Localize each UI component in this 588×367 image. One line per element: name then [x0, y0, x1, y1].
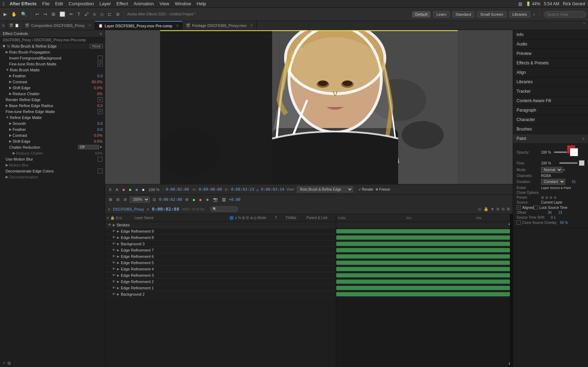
shift-edge-value[interactable]: 0.0%	[89, 86, 103, 90]
clone-tool-icon[interactable]: ⎋	[92, 11, 97, 17]
base-refine-radius-row[interactable]: ▶ Base Refine Edge Radius 0.0	[0, 103, 105, 108]
er8-expand-icon[interactable]: ▶	[117, 236, 119, 239]
edge-refinement-1-row[interactable]: 👁 ▶ Edge Refinement 1	[105, 285, 336, 291]
menu-layer[interactable]: Layer	[99, 1, 111, 6]
chatter-reduction-row[interactable]: Chatter Reduction Off ▼	[0, 144, 105, 150]
er4-eye-icon[interactable]: 👁	[112, 267, 117, 271]
tab-close-footage[interactable]: ✕	[250, 23, 253, 27]
freeze-button[interactable]: ❄ Freeze	[375, 188, 390, 191]
offset-x-value[interactable]: 36	[541, 211, 552, 214]
paint-header[interactable]: Paint ≡	[513, 134, 588, 143]
roto-brush-propagation-row[interactable]: ▶ Roto Brush Propagation	[0, 49, 105, 55]
menu-effect[interactable]: Effect	[117, 1, 128, 6]
timeline-search-input[interactable]	[210, 206, 238, 212]
alpha-channel-btn[interactable]: ■	[141, 187, 146, 192]
tab-close-composition[interactable]: ✕	[88, 23, 91, 27]
er9-eye-icon[interactable]: 👁	[112, 229, 117, 233]
er1-expand-icon[interactable]: ▶	[117, 286, 119, 290]
quality-btn[interactable]: 100 %	[147, 187, 160, 192]
undo-icon[interactable]: ↩	[34, 11, 41, 17]
timeline-menu-icon[interactable]: ≡	[147, 207, 149, 211]
workspace-default[interactable]: Default	[412, 11, 431, 17]
timeline-comp-name[interactable]: DSCF0365_Proxy	[113, 207, 144, 211]
er8-eye-icon[interactable]: 👁	[112, 235, 117, 239]
green-channel-btn[interactable]: ■	[128, 187, 132, 192]
menu-composition[interactable]: Composition	[69, 1, 94, 6]
strokes-layer-row[interactable]: 👁 ▶ Strokes	[105, 222, 336, 228]
contrast-value[interactable]: 80.0%	[89, 80, 103, 84]
bg3-eye-icon[interactable]: 👁	[112, 242, 117, 246]
menu-app-name[interactable]: After Effects	[9, 1, 36, 6]
transparency-grid-icon[interactable]: ⊘	[123, 197, 128, 202]
background-color-swatch[interactable]	[570, 148, 578, 156]
chatter-dropdown-arrow[interactable]: ▼	[99, 145, 103, 149]
tab-footage[interactable]: 🎬 Footage DSCF0365_Proxy.mov ✕	[182, 21, 257, 30]
refine-shift-edge-row[interactable]: ▶ Shift Edge 0.0%	[0, 138, 105, 144]
er4-layer-name[interactable]: Edge Refinement 4	[121, 267, 334, 271]
duration-value[interactable]: 51	[565, 180, 576, 184]
menu-animation[interactable]: Animation	[134, 1, 154, 6]
redo-icon[interactable]: ↪	[42, 11, 49, 17]
source-time-shift-value[interactable]: 0.1	[545, 216, 556, 219]
hand-tool-icon[interactable]: ✋	[10, 11, 18, 17]
feather-row[interactable]: ▶ Feather 5.0	[0, 73, 105, 79]
use-motion-blur-row[interactable]: Use Motion Blur	[0, 156, 105, 162]
edge-refinement-2-row[interactable]: 👁 ▶ Edge Refinement 2	[105, 278, 336, 285]
edge-refinement-9-row[interactable]: 👁 ▶ Edge Refinement 9	[105, 228, 336, 234]
opacity-value[interactable]: 100 %	[541, 150, 554, 154]
er6-layer-name[interactable]: Edge Refinement 6	[121, 254, 334, 259]
er5-eye-icon[interactable]: 👁	[112, 261, 117, 264]
edge-refinement-8-row[interactable]: 👁 ▶ Edge Refinement 8	[105, 234, 336, 241]
workspace-standard[interactable]: Standard	[452, 11, 475, 17]
er6-expand-icon[interactable]: ▶	[117, 255, 119, 258]
color-channel-btn[interactable]: ■	[122, 187, 126, 192]
text-tool-icon[interactable]: T	[76, 11, 82, 17]
er9-expand-icon[interactable]: ▶	[117, 230, 119, 233]
er2-eye-icon[interactable]: 👁	[112, 280, 117, 283]
decontamination-row[interactable]: ▶ Decontamination	[0, 174, 105, 180]
eraser-tool-icon[interactable]: ◇	[99, 11, 105, 17]
bg3-expand-icon[interactable]: ▶	[117, 242, 119, 246]
er8-layer-name[interactable]: Edge Refinement 8	[121, 235, 334, 240]
play-btn[interactable]: ▷	[224, 187, 229, 192]
exposure-icon[interactable]: ◈	[205, 197, 210, 202]
workspace-small-screen[interactable]: Small Screen	[477, 11, 506, 17]
bg2-layer-name[interactable]: Background 2	[121, 292, 334, 296]
roto-brush-matte-section-row[interactable]: ▼ Roto Brush Matte	[0, 67, 105, 73]
tab-layer[interactable]: 📋 Layer DSCF0365_Proxy.mov Pre-comp ✕	[95, 21, 182, 30]
opacity-slider[interactable]	[554, 151, 567, 153]
duration-select[interactable]: Constant	[541, 179, 565, 185]
pen-tool-icon[interactable]: ✏	[68, 11, 75, 17]
refine-edge-matte-section-row[interactable]: ▼ Refine Edge Matte	[0, 114, 105, 120]
fine-tune-refine-row[interactable]: Fine-tune Refine Edge Matte	[0, 108, 105, 114]
panel-menu-icon[interactable]: ≡	[0, 21, 7, 30]
er7-layer-name[interactable]: Edge Refinement 7	[121, 248, 334, 252]
reset-button[interactable]: Reset	[90, 44, 103, 48]
grid-icon[interactable]: ⊟	[115, 197, 120, 202]
refine-contrast-row[interactable]: ▶ Contrast 0.0%	[0, 132, 105, 138]
flow-value[interactable]: 100 %	[541, 161, 559, 165]
reduce-chatter-row-1[interactable]: ▶ Reduce Chatter 0%	[0, 91, 105, 97]
clone-overlay-checkbox[interactable]	[517, 220, 521, 225]
preset-icon-3[interactable]: ⊛	[549, 196, 552, 199]
render-refine-checkbox[interactable]	[98, 97, 103, 102]
strokes-layer-name[interactable]: Strokes	[117, 223, 334, 227]
workspace-more-icon[interactable]: »	[533, 12, 535, 16]
er7-expand-icon[interactable]: ▶	[117, 248, 119, 252]
channels-value[interactable]: RGBA	[541, 174, 584, 178]
fine-tune-refine-checkbox[interactable]	[98, 109, 103, 114]
reduce-chatter-row-2[interactable]: ▶ Reduce Chatter 50%	[0, 150, 105, 156]
menu-edit[interactable]: Edit	[55, 1, 63, 6]
search-help-input[interactable]	[544, 11, 586, 17]
preset-icon-4[interactable]: ⊘	[554, 196, 556, 199]
er1-layer-name[interactable]: Edge Refinement 1	[121, 286, 334, 290]
er3-expand-icon[interactable]: ▶	[117, 274, 119, 277]
camera-tool-icon[interactable]: ⊘	[115, 11, 121, 17]
fit-icon[interactable]: ⊡	[152, 197, 157, 202]
zoom-select[interactable]: 200%	[130, 197, 150, 203]
chatter-reduction-dropdown[interactable]: Off	[78, 145, 99, 149]
blue-channel-btn[interactable]: ■	[134, 187, 139, 192]
show-snapshot-icon[interactable]: 🖼	[221, 197, 227, 202]
brushes-header[interactable]: Brushes	[513, 125, 588, 134]
zoom-tool-icon[interactable]: 🔍	[20, 11, 28, 17]
